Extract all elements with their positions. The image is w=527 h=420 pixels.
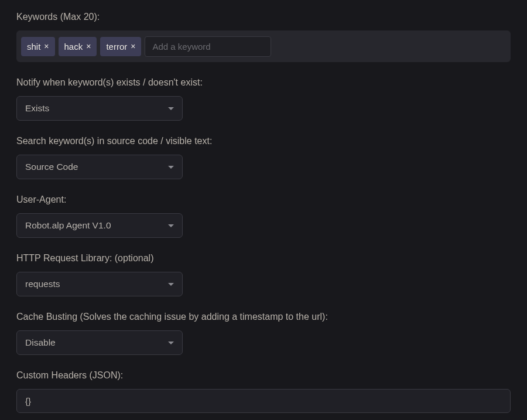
close-icon[interactable]: × [44,42,49,51]
chevron-down-icon [168,166,174,169]
close-icon[interactable]: × [86,42,91,51]
notify-select-value: Exists [25,103,49,114]
cache-busting-select-wrapper: Disable [16,330,183,355]
chevron-down-icon [168,283,174,286]
http-lib-select[interactable]: requests [16,272,183,296]
http-lib-select-wrapper: requests [16,272,183,296]
user-agent-field: User-Agent: Robot.alp Agent V1.0 [16,194,511,238]
user-agent-select-wrapper: Robot.alp Agent V1.0 [16,213,183,238]
http-lib-select-value: requests [25,279,60,289]
keyword-tag-text: hack [64,42,83,52]
cache-busting-select-value: Disable [25,337,56,348]
keywords-tags-container[interactable]: shit × hack × terror × [16,30,511,62]
keyword-tag-text: shit [27,42,40,52]
search-in-select[interactable]: Source Code [16,155,183,179]
keyword-tag[interactable]: terror × [100,37,141,56]
keyword-tag[interactable]: shit × [21,37,55,56]
user-agent-select[interactable]: Robot.alp Agent V1.0 [16,213,183,238]
chevron-down-icon [168,224,174,227]
cache-busting-select[interactable]: Disable [16,330,183,355]
http-lib-label: HTTP Request Library: (optional) [16,253,511,264]
keywords-field: Keywords (Max 20): shit × hack × terror … [16,12,511,62]
notify-select[interactable]: Exists [16,96,183,121]
chevron-down-icon [168,342,174,344]
chevron-down-icon [168,107,174,110]
keyword-tag[interactable]: hack × [59,37,97,56]
cache-busting-label: Cache Busting (Solves the caching issue … [16,312,511,322]
search-in-select-wrapper: Source Code [16,155,183,179]
keywords-label: Keywords (Max 20): [16,12,511,22]
cache-busting-field: Cache Busting (Solves the caching issue … [16,312,511,355]
http-lib-field: HTTP Request Library: (optional) request… [16,253,511,296]
keyword-tag-text: terror [106,42,127,52]
search-in-label: Search keyword(s) in source code / visib… [16,136,511,146]
close-icon[interactable]: × [131,42,135,51]
notify-label: Notify when keyword(s) exists / doesn't … [16,77,511,88]
custom-headers-label: Custom Headers (JSON): [16,370,511,381]
custom-headers-field: Custom Headers (JSON): [16,370,511,413]
notify-select-wrapper: Exists [16,96,183,121]
user-agent-label: User-Agent: [16,194,511,205]
keyword-input[interactable] [145,36,271,57]
search-in-select-value: Source Code [25,162,78,172]
user-agent-select-value: Robot.alp Agent V1.0 [25,220,111,231]
search-in-field: Search keyword(s) in source code / visib… [16,136,511,179]
notify-field: Notify when keyword(s) exists / doesn't … [16,77,511,121]
custom-headers-input[interactable] [16,389,511,413]
